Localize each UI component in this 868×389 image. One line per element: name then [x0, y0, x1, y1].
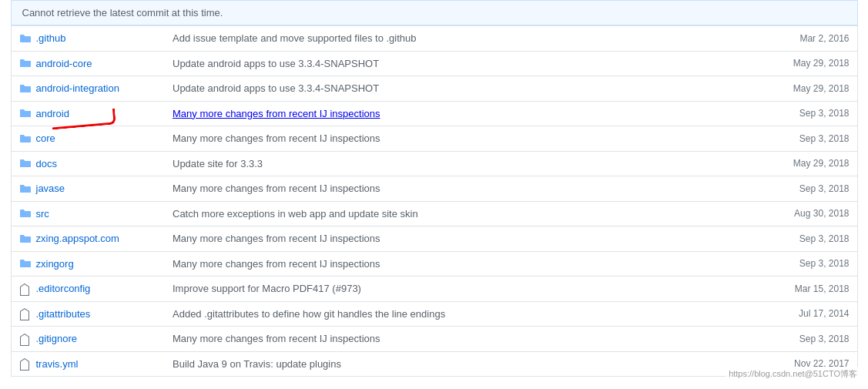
table-row: androidMany more changes from recent IJ …: [11, 101, 857, 126]
file-icon: [19, 308, 32, 319]
commit-date: Sep 3, 2018: [757, 226, 857, 252]
commit-message: Improve support for Macro PDF417 (#973): [173, 283, 361, 294]
commit-message: Added .gitattributes to define how git h…: [173, 308, 445, 320]
file-icon: [19, 334, 32, 344]
file-name-link[interactable]: travis.yml: [36, 358, 79, 370]
commit-message: Add issue template and move supported fi…: [173, 32, 417, 44]
file-name-link[interactable]: .gitignore: [36, 333, 77, 344]
commit-message: Many more changes from recent IJ inspect…: [173, 258, 380, 270]
annotated-name: android: [36, 106, 69, 122]
folder-icon: [19, 58, 32, 69]
commit-message: Many more changes from recent IJ inspect…: [173, 183, 380, 194]
commit-message: Many more changes from recent IJ inspect…: [173, 333, 380, 344]
commit-message: Many more changes from recent IJ inspect…: [173, 132, 380, 144]
table-row: coreMany more changes from recent IJ ins…: [11, 126, 857, 152]
commit-message: Many more changes from recent IJ inspect…: [173, 233, 380, 244]
table-row: .gitattributesAdded .gitattributes to de…: [11, 301, 857, 327]
commit-date: Jul 17, 2014: [757, 301, 857, 327]
commit-message: Update site for 3.3.3: [173, 158, 263, 169]
file-name-link[interactable]: .github: [36, 32, 66, 44]
commit-date: Mar 15, 2018: [757, 277, 857, 302]
commit-date: Sep 3, 2018: [757, 101, 857, 126]
table-row: android-coreUpdate android apps to use 3…: [11, 51, 857, 76]
file-name-link[interactable]: android-integration: [36, 82, 119, 94]
file-name-link[interactable]: zxing.appspot.com: [36, 233, 119, 244]
notice-text: Cannot retrieve the latest commit at thi…: [22, 7, 223, 18]
commit-message: Update android apps to use 3.3.4-SNAPSHO…: [173, 58, 379, 69]
commit-date: May 29, 2018: [757, 151, 857, 176]
file-name-link[interactable]: docs: [36, 158, 57, 169]
commit-date: Sep 3, 2018: [757, 126, 857, 152]
file-name-link[interactable]: zxingorg: [36, 258, 74, 270]
commit-date: Aug 30, 2018: [757, 201, 857, 226]
commit-date: May 29, 2018: [757, 51, 857, 76]
commit-date: Sep 3, 2018: [757, 251, 857, 277]
commit-date: May 29, 2018: [757, 76, 857, 102]
table-row: srcCatch more exceptions in web app and …: [11, 201, 857, 226]
table-row: zxingorgMany more changes from recent IJ…: [11, 251, 857, 277]
file-table: .githubAdd issue template and move suppo…: [11, 25, 858, 377]
table-row: .githubAdd issue template and move suppo…: [11, 26, 857, 52]
commit-message: Update android apps to use 3.3.4-SNAPSHO…: [173, 82, 379, 94]
file-browser: Cannot retrieve the latest commit at thi…: [11, 0, 858, 377]
file-name-link[interactable]: src: [36, 208, 49, 220]
table-row: zxing.appspot.comMany more changes from …: [11, 226, 857, 252]
folder-icon: [19, 108, 32, 119]
commit-date: Mar 2, 2016: [757, 26, 857, 52]
file-name-link[interactable]: android-core: [36, 58, 92, 69]
commit-message: Catch more exceptions in web app and upd…: [173, 208, 418, 220]
commit-date: Sep 3, 2018: [757, 176, 857, 202]
commit-message-link[interactable]: Many more changes from recent IJ inspect…: [173, 108, 380, 119]
file-name-link[interactable]: .gitattributes: [36, 308, 91, 320]
table-row: javaseMany more changes from recent IJ i…: [11, 176, 857, 202]
commit-date: Sep 3, 2018: [757, 327, 857, 352]
folder-icon: [19, 158, 32, 169]
table-row: .editorconfigImprove support for Macro P…: [11, 277, 857, 302]
folder-icon: [19, 233, 32, 244]
commit-message: Build Java 9 on Travis: update plugins: [173, 358, 341, 370]
file-name-link[interactable]: android: [36, 108, 69, 119]
file-icon: [19, 358, 32, 369]
table-row: .gitignoreMany more changes from recent …: [11, 327, 857, 352]
folder-icon: [19, 133, 32, 144]
folder-icon: [19, 83, 32, 94]
folder-icon: [19, 208, 32, 219]
file-name-link[interactable]: javase: [36, 183, 65, 194]
file-name-link[interactable]: .editorconfig: [36, 283, 91, 294]
file-name-link[interactable]: core: [36, 132, 55, 144]
folder-icon: [19, 258, 32, 269]
watermark-text: https://blog.csdn.net@51CTO博客: [726, 367, 860, 377]
folder-icon: [19, 183, 32, 194]
table-row: android-integrationUpdate android apps t…: [11, 76, 857, 102]
file-icon: [19, 283, 32, 294]
table-row: docsUpdate site for 3.3.3May 29, 2018: [11, 151, 857, 176]
folder-icon: [19, 33, 32, 44]
notice-bar: Cannot retrieve the latest commit at thi…: [11, 0, 858, 25]
